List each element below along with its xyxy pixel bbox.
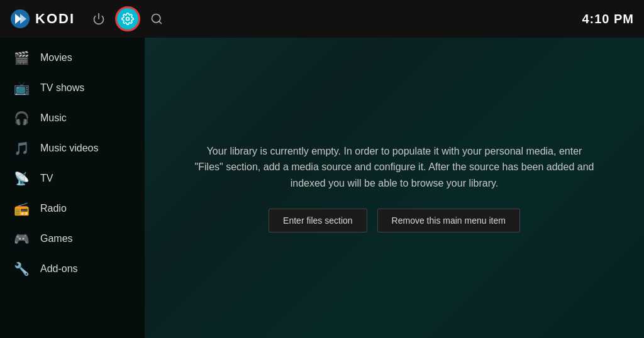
sidebar-item-radio[interactable]: 📻Radio (0, 194, 145, 224)
sidebar-label-radio: Radio (40, 203, 67, 214)
music-videos-icon: 🎵 (13, 141, 30, 156)
content-area: Your library is currently empty. In orde… (145, 38, 644, 338)
kodi-logo-icon (10, 9, 30, 29)
radio-icon: 📻 (13, 201, 30, 216)
tv-shows-icon: 📺 (13, 80, 30, 95)
kodi-logo-text: KODI (35, 11, 75, 27)
sidebar-label-music-videos: Music videos (40, 143, 98, 154)
games-icon: 🎮 (13, 231, 30, 246)
sidebar-item-music-videos[interactable]: 🎵Music videos (0, 133, 145, 163)
button-row: Enter files section Remove this main men… (193, 209, 596, 232)
sidebar: 🎬Movies📺TV shows🎧Music🎵Music videos📡TV📻R… (0, 38, 145, 338)
sidebar-label-tv: TV (40, 173, 53, 184)
library-empty-message: Your library is currently empty. In orde… (193, 143, 596, 192)
remove-menu-item-button[interactable]: Remove this main menu item (377, 209, 520, 232)
main-layout: 🎬Movies📺TV shows🎧Music🎵Music videos📡TV📻R… (0, 38, 644, 338)
sidebar-item-games[interactable]: 🎮Games (0, 224, 145, 254)
sidebar-item-add-ons[interactable]: 🔧Add-ons (0, 254, 145, 284)
sidebar-label-add-ons: Add-ons (40, 263, 78, 275)
sidebar-item-music[interactable]: 🎧Music (0, 103, 145, 133)
sidebar-item-movies[interactable]: 🎬Movies (0, 43, 145, 73)
top-bar-icons (87, 6, 168, 31)
sidebar-label-games: Games (40, 233, 73, 244)
settings-button[interactable] (115, 6, 140, 31)
tv-icon: 📡 (13, 171, 30, 186)
top-bar-left: KODI (10, 6, 168, 31)
kodi-logo: KODI (10, 9, 75, 29)
music-icon: 🎧 (13, 111, 30, 126)
sidebar-label-movies: Movies (40, 52, 72, 63)
sidebar-item-tv[interactable]: 📡TV (0, 163, 145, 194)
top-bar: KODI 4:10 PM (0, 0, 644, 38)
search-button[interactable] (145, 8, 168, 30)
message-box: Your library is currently empty. In orde… (180, 131, 608, 246)
sidebar-item-tv-shows[interactable]: 📺TV shows (0, 73, 145, 103)
sidebar-label-music: Music (40, 112, 67, 124)
svg-line-6 (159, 21, 162, 24)
clock: 4:10 PM (582, 12, 634, 26)
svg-point-4 (126, 18, 130, 21)
power-button[interactable] (87, 8, 110, 30)
movies-icon: 🎬 (13, 50, 30, 65)
add-ons-icon: 🔧 (13, 261, 30, 276)
enter-files-button[interactable]: Enter files section (269, 209, 367, 232)
sidebar-label-tv-shows: TV shows (40, 82, 84, 94)
